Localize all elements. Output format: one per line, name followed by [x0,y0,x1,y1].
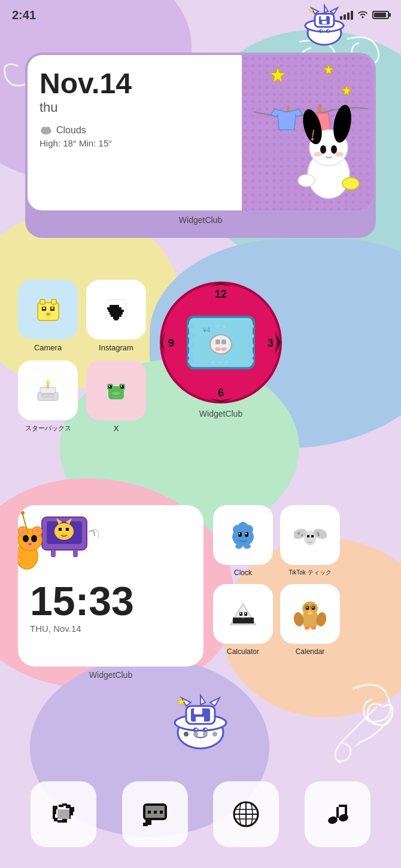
svg-rect-46 [40,299,45,304]
svg-point-92 [188,352,194,358]
svg-rect-75 [121,386,122,387]
wifi-icon [357,9,369,22]
svg-rect-141 [318,534,320,536]
music-icon [322,799,353,830]
left-apps: Camera [18,280,146,433]
clock-widget-container: 12 3 6 9 ¥4 [158,280,284,418]
svg-rect-109 [51,550,56,557]
ponpom-illustration [242,55,373,210]
svg-rect-132 [245,533,247,534]
widget-date: Nov.14 [40,68,230,100]
svg-point-42 [290,138,292,140]
svg-rect-204 [345,805,347,815]
top-widget-label: WidgetClub [28,215,373,225]
svg-point-35 [314,152,322,157]
svg-point-157 [304,604,310,610]
svg-rect-106 [66,528,69,531]
calendar-app-icon[interactable] [280,584,340,644]
messages-icon [139,799,171,830]
svg-text:6: 6 [218,387,224,399]
clock-svg: 12 3 6 9 ¥4 [158,280,284,405]
svg-rect-86 [221,340,226,344]
svg-rect-182 [57,820,62,823]
svg-point-134 [244,544,251,549]
dock [18,778,383,850]
calendar-app-label: Calendar [296,647,325,656]
svg-point-117 [23,535,29,542]
page-dot-1[interactable] [184,732,189,736]
svg-rect-131 [239,533,240,534]
clock-app-label: Clock [234,569,252,577]
x-label: X [114,424,119,433]
time-widget-container: 15:33 THU, Nov.14 WidgetClub [18,505,203,680]
svg-rect-45 [38,302,59,320]
svg-marker-9 [330,8,338,14]
svg-point-122 [28,543,32,545]
tiktok-app-label: TikTok ティック [288,569,331,577]
page-dot-2[interactable] [193,732,198,736]
clock-widget-label: WidgetClub [199,409,242,418]
svg-point-37 [298,175,315,187]
calculator-app-label: Calculator [227,647,259,656]
weather-label: Clouds [56,125,86,136]
messages-dock-item[interactable] [122,781,188,847]
svg-rect-138 [297,532,300,534]
phone-icon [48,799,79,830]
svg-point-118 [31,535,37,542]
svg-point-0 [362,16,364,18]
x-icon[interactable] [86,360,146,420]
top-widget[interactable]: Nov.14 thu Clouds High: 18° Min: 15° [25,53,376,238]
tiktok-app-item: TikTok ティック [280,505,340,577]
safari-dock-item[interactable] [213,781,279,847]
svg-point-44 [311,138,314,140]
svg-point-17 [45,127,50,132]
svg-rect-189 [59,805,63,807]
starbucks-icon[interactable] [18,360,78,420]
svg-rect-140 [301,534,303,536]
clock-widget[interactable]: 12 3 6 9 ¥4 [158,280,284,405]
svg-marker-171 [210,698,220,706]
calculator-app-icon[interactable] [213,584,273,644]
widget-day: thu [40,100,230,115]
svg-rect-105 [59,528,62,531]
bottom-swirl [305,695,395,754]
svg-text:9: 9 [168,337,174,349]
svg-point-115 [20,529,25,534]
svg-marker-8 [324,5,328,13]
cloud-icon [40,125,53,136]
svg-rect-181 [54,818,57,821]
svg-rect-74 [109,386,110,387]
app-row-2: スターバックス [18,360,146,433]
svg-point-31 [320,145,326,154]
widget-left-panel: Nov.14 thu Clouds High: 18° Min: 15° [28,55,242,210]
svg-rect-85 [215,340,220,344]
svg-point-89 [188,323,194,329]
page-dot-3[interactable] [203,732,208,736]
svg-rect-178 [53,806,57,809]
instagram-label: Instagram [99,343,133,352]
tiktok-app-icon[interactable] [280,505,340,565]
camera-icon[interactable] [18,280,78,340]
svg-point-97 [248,352,254,358]
clock-app-icon[interactable] [213,505,273,565]
time-date: THU, Nov.14 [30,624,134,634]
calendar-app-item: Calendar [280,584,340,656]
svg-point-41 [281,139,284,142]
time-widget-label: WidgetClub [89,670,132,680]
widgetclub-logo-top [299,3,350,48]
phone-dock-item[interactable] [31,781,96,847]
time-widget[interactable]: 15:33 THU, Nov.14 [18,505,203,667]
svg-rect-143 [311,535,314,537]
page-dot-4[interactable] [212,732,217,736]
svg-point-175 [196,729,198,731]
app-section-1: Camera [18,280,383,433]
music-dock-item[interactable] [305,781,370,847]
svg-rect-25 [318,104,321,113]
svg-rect-167 [194,708,202,714]
svg-rect-179 [53,809,56,814]
svg-point-36 [335,152,344,157]
widget-temp: High: 18° Min: 15° [40,138,230,148]
svg-point-96 [248,343,254,349]
instagram-icon[interactable] [86,280,146,340]
svg-point-159 [294,611,305,626]
